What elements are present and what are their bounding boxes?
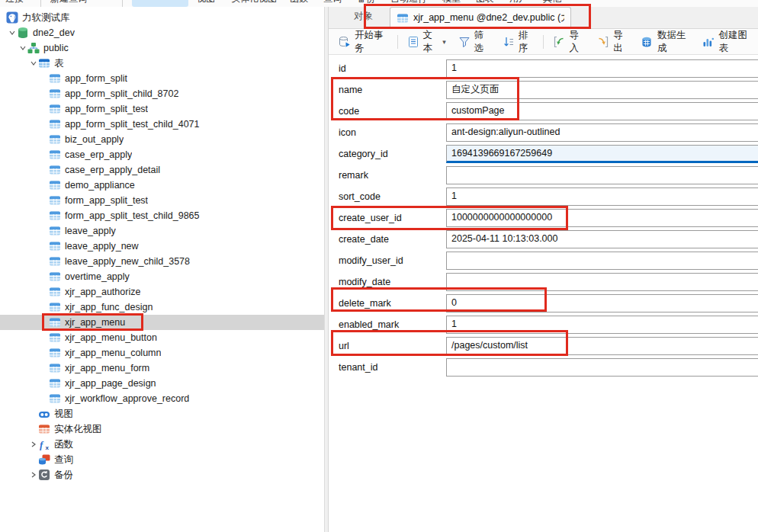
tree-item-item[interactable]: 表 — [0, 56, 324, 71]
tree-item-case_erp_apply[interactable]: case_erp_apply — [0, 147, 324, 162]
tree-item-item[interactable]: 查询 — [0, 452, 324, 467]
chevron-down-icon[interactable] — [28, 60, 38, 66]
tree-item-app_form_split_child_8702[interactable]: app_form_split_child_8702 — [0, 86, 324, 101]
tree-item-xjr_app_menu_column[interactable]: xjr_app_menu_column — [0, 345, 324, 361]
field-value-sort_code[interactable]: 1 — [446, 187, 758, 206]
field-name-label: name — [329, 85, 446, 95]
ribbon-item-item[interactable]: 备份 — [357, 0, 387, 7]
ribbon-item-item[interactable]: 自动运行 — [390, 0, 438, 7]
table-icon — [49, 225, 61, 237]
postgres-connection-icon — [6, 11, 18, 24]
ribbon-item-item[interactable]: 其他 — [543, 0, 573, 7]
chevron-down-icon[interactable] — [7, 30, 17, 36]
tree-item-label: xjr_workflow_approve_record — [65, 393, 189, 404]
tree-item-label: dne2_dev — [33, 27, 75, 38]
tree-item-xjr_app_func_design[interactable]: xjr_app_func_design — [0, 300, 324, 315]
tab-xjr-app-menu[interactable]: xjr_app_menu @dne2_dev.public (力... — [390, 7, 571, 28]
tree-item-label: 备份 — [54, 469, 73, 482]
tree-item-label: 力软测试库 — [22, 11, 70, 24]
field-value-delete_mark[interactable]: 0 — [446, 294, 758, 312]
tree-item-item[interactable]: 力软测试库 — [0, 10, 324, 25]
ribbon-item-item[interactable]: 模型 — [442, 0, 473, 7]
toolbar-button-item[interactable]: 导出 — [591, 32, 635, 52]
tree-item-case_erp_apply_detail[interactable]: case_erp_apply_detail — [0, 162, 324, 178]
tables-folder-icon — [38, 57, 50, 69]
toolbar-button-item[interactable]: 导入 — [547, 32, 591, 52]
tree-item-public[interactable]: public — [0, 40, 324, 56]
backups-icon — [38, 469, 50, 481]
field-name-label: code — [329, 106, 446, 117]
field-value-category_id[interactable]: 1694139669167259649 — [446, 145, 758, 163]
tree-item-demo_appliance[interactable]: demo_appliance — [0, 178, 324, 193]
tree-item-xjr_app_menu_button[interactable]: xjr_app_menu_button — [0, 330, 324, 345]
ribbon-item-item[interactable]: 用户 — [509, 0, 540, 7]
sort-icon — [503, 36, 515, 48]
toolbar-button-item[interactable]: 排序 — [496, 32, 541, 52]
field-value-url[interactable]: /pages/custom/list — [446, 337, 758, 355]
tree-item-label: demo_appliance — [65, 180, 135, 191]
svg-text:x: x — [46, 444, 50, 451]
ribbon-item-item[interactable]: 视图 — [197, 0, 227, 7]
tree-item-leave_apply_new[interactable]: leave_apply_new — [0, 239, 324, 254]
field-value-tenant_id[interactable] — [446, 358, 758, 377]
field-value-create_user_id[interactable]: 1000000000000000000 — [446, 209, 758, 227]
tree-item-form_app_split_test_child_9865[interactable]: form_app_split_test_child_9865 — [0, 208, 324, 223]
tree-item-dne2_dev[interactable]: dne2_dev — [0, 25, 324, 40]
database-icon — [17, 27, 29, 39]
tree-item-biz_out_apply[interactable]: biz_out_apply — [0, 132, 324, 147]
main-panel: 对象 xjr_app_menu @dne2_dev.public (力... 开… — [329, 7, 758, 532]
ribbon-item-item[interactable]: 函数 — [290, 0, 320, 7]
tree-item-label: 函数 — [54, 438, 73, 451]
tree-item-overtime_apply[interactable]: overtime_apply — [0, 269, 324, 284]
tree-item-label: form_app_split_test_child_9865 — [65, 210, 200, 221]
field-value-remark[interactable] — [446, 166, 758, 184]
ribbon-item-item[interactable]: 新建查询 — [50, 0, 99, 7]
tree-item-item[interactable]: 视图 — [0, 406, 324, 421]
ribbon-item-item[interactable]: 表 — [132, 0, 188, 7]
field-row-id: id1 — [329, 58, 758, 79]
app-ribbon-clipped: 连接新建查询表视图实体化视图函数查询备份自动运行模型图表用户其他 — [0, 0, 758, 7]
tree-item-xjr_app_menu[interactable]: xjr_app_menu — [0, 315, 324, 330]
tree-item-item[interactable]: 备份 — [0, 467, 324, 482]
tree-item-app_form_split[interactable]: app_form_split — [0, 71, 324, 86]
ribbon-item-item[interactable]: 实体化视图 — [231, 0, 286, 7]
tree-item-xjr_app_menu_form[interactable]: xjr_app_menu_form — [0, 361, 324, 376]
tree-item-leave_apply[interactable]: leave_apply — [0, 223, 324, 239]
field-value-modify_date[interactable] — [446, 273, 758, 291]
toolbar-button-item[interactable]: 筛选 — [452, 32, 496, 52]
tree-item-app_form_split_test_child_4071[interactable]: app_form_split_test_child_4071 — [0, 117, 324, 132]
tree-item-xjr_workflow_approve_record[interactable]: xjr_workflow_approve_record — [0, 391, 324, 406]
tree-item-leave_apply_new_child_3578[interactable]: leave_apply_new_child_3578 — [0, 254, 324, 269]
chevron-right-icon[interactable] — [28, 472, 38, 478]
tree-item-app_form_split_test[interactable]: app_form_split_test — [0, 101, 324, 117]
field-name-label: create_date — [329, 234, 446, 245]
table-icon — [49, 179, 61, 191]
tree-item-xjr_app_page_design[interactable]: xjr_app_page_design — [0, 376, 324, 391]
field-value-create_date[interactable]: 2025-04-11 10:13:03.000 — [446, 230, 758, 248]
database-tree: 力软测试库dne2_devpublic表app_form_splitapp_fo… — [0, 7, 324, 532]
field-value-enabled_mark[interactable]: 1 — [446, 316, 758, 334]
chevron-right-icon[interactable] — [28, 441, 38, 447]
ribbon-item-item[interactable]: 查询 — [323, 0, 354, 7]
import-icon — [553, 36, 565, 48]
tree-item-item[interactable]: 实体化视图 — [0, 421, 324, 437]
field-value-modify_user_id[interactable] — [446, 252, 758, 270]
tree-item-form_app_split_test[interactable]: form_app_split_test — [0, 193, 324, 208]
field-value-id[interactable]: 1 — [446, 59, 758, 78]
tree-item-xjr_app_authorize[interactable]: xjr_app_authorize — [0, 284, 324, 300]
field-value-name[interactable]: 自定义页面 — [446, 81, 758, 99]
dropdown-caret-icon[interactable]: ▾ — [442, 38, 446, 46]
ribbon-item-item[interactable]: 图表 — [476, 0, 506, 7]
toolbar-button-item[interactable]: 数据生成 — [635, 32, 697, 52]
field-value-code[interactable]: customPage — [446, 102, 758, 120]
toolbar-button-item[interactable]: 创建图表 — [696, 32, 758, 52]
ribbon-item-item[interactable]: 连接 — [5, 0, 36, 7]
tree-item-label: overtime_apply — [65, 271, 130, 282]
toolbar-button-item[interactable]: 开始事务 — [332, 32, 394, 52]
toolbar-button-item[interactable]: 文本▾ — [401, 32, 452, 52]
field-value-icon[interactable]: ant-design:aliyun-outlined — [446, 123, 758, 142]
tree-item-item[interactable]: fx函数 — [0, 437, 324, 452]
tab-objects[interactable]: 对象 — [348, 10, 379, 28]
chevron-down-icon[interactable] — [18, 45, 27, 51]
tree-item-label: xjr_app_func_design — [65, 302, 153, 312]
